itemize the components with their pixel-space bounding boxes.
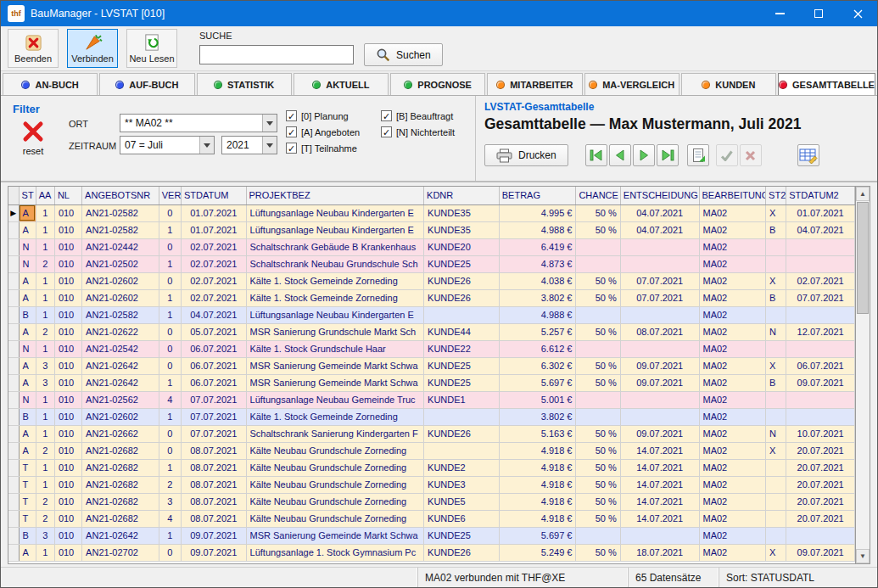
cell-stdatum[interactable]: 01.07.2021 bbox=[181, 204, 246, 221]
cell-entscheidung[interactable]: 08.07.2021 bbox=[620, 323, 699, 340]
table-row[interactable]: A1010AN21-02602002.07.2021Kälte 1. Stock… bbox=[8, 272, 855, 289]
cell-nr[interactable]: AN21-02682 bbox=[82, 442, 159, 459]
cell-st2[interactable] bbox=[766, 476, 786, 493]
cell-nr[interactable]: AN21-02582 bbox=[82, 204, 159, 221]
cell-entscheidung[interactable]: 09.07.2021 bbox=[620, 374, 699, 391]
column-header-st2[interactable]: ST2 bbox=[766, 187, 786, 204]
cell-stdatum[interactable]: 02.07.2021 bbox=[181, 289, 246, 306]
cell-aa[interactable]: 3 bbox=[36, 357, 54, 374]
cell-st[interactable]: B bbox=[19, 408, 36, 425]
cell-st[interactable]: N bbox=[19, 340, 36, 357]
cell-stdatum[interactable]: 02.07.2021 bbox=[181, 272, 246, 289]
cell-aa[interactable]: 2 bbox=[36, 493, 54, 510]
cell-aa[interactable]: 2 bbox=[36, 510, 54, 527]
tab-kunden[interactable]: KUNDEN bbox=[681, 73, 776, 95]
row-selector[interactable] bbox=[8, 374, 19, 391]
cell-ver[interactable]: 4 bbox=[159, 510, 181, 527]
table-row[interactable]: A2010AN21-02622005.07.2021MSR Sanierung … bbox=[8, 323, 855, 340]
cell-entscheidung[interactable]: 18.07.2021 bbox=[620, 544, 699, 561]
cell-chance[interactable]: 50 % bbox=[576, 289, 620, 306]
cell-aa[interactable]: 1 bbox=[36, 391, 54, 408]
cell-chance[interactable] bbox=[576, 408, 620, 425]
cell-bearbeitung[interactable]: MA02 bbox=[699, 425, 766, 442]
cell-stdatum2[interactable]: 09.07.2021 bbox=[786, 374, 855, 391]
cell-projekt[interactable]: MSR Sanierung Grundschule Markt Sch bbox=[246, 323, 424, 340]
table-row[interactable]: A1010AN21-02582101.07.2021Lüftungsanlage… bbox=[8, 221, 855, 238]
cell-aa[interactable]: 1 bbox=[36, 459, 54, 476]
cell-stdatum2[interactable] bbox=[786, 391, 855, 408]
cell-aa[interactable]: 1 bbox=[36, 204, 54, 221]
row-selector[interactable] bbox=[8, 255, 19, 272]
cell-kdnr[interactable]: KUNDE20 bbox=[424, 238, 500, 255]
table-row[interactable]: A1010AN21-02602102.07.2021Kälte 1. Stock… bbox=[8, 289, 855, 306]
nav-next-button[interactable] bbox=[633, 144, 655, 166]
cell-projekt[interactable]: Lüftungsanlage 1. Stock Gymnasium Pc bbox=[246, 544, 424, 561]
cell-stdatum2[interactable]: 02.07.2021 bbox=[786, 272, 855, 289]
cell-kdnr[interactable] bbox=[424, 408, 500, 425]
cell-ver[interactable]: 2 bbox=[159, 476, 181, 493]
cell-aa[interactable]: 1 bbox=[36, 289, 54, 306]
cell-kdnr[interactable]: KUNDE44 bbox=[424, 323, 500, 340]
cell-nr[interactable]: AN21-02602 bbox=[82, 272, 159, 289]
cell-kdnr[interactable]: KUNDE1 bbox=[424, 391, 500, 408]
cell-chance[interactable]: 50 % bbox=[576, 493, 620, 510]
column-header-entscheidung[interactable]: ENTSCHEIDUNG bbox=[620, 187, 699, 204]
cell-betrag[interactable]: 4.918 € bbox=[499, 510, 576, 527]
cell-st[interactable]: A bbox=[19, 323, 36, 340]
cell-st[interactable]: T bbox=[19, 493, 36, 510]
cell-chance[interactable]: 50 % bbox=[576, 459, 620, 476]
cell-chance[interactable]: 50 % bbox=[576, 357, 620, 374]
cell-st[interactable]: T bbox=[19, 510, 36, 527]
close-button[interactable] bbox=[838, 1, 877, 26]
cell-st2[interactable]: X bbox=[766, 272, 786, 289]
nav-first-button[interactable] bbox=[585, 144, 607, 166]
cell-nr[interactable]: AN21-02622 bbox=[82, 323, 159, 340]
cell-bearbeitung[interactable]: MA02 bbox=[699, 391, 766, 408]
cell-betrag[interactable]: 6.612 € bbox=[499, 340, 576, 357]
cell-st2[interactable] bbox=[766, 340, 786, 357]
cell-stdatum[interactable]: 04.07.2021 bbox=[181, 306, 246, 323]
cell-chance[interactable]: 50 % bbox=[576, 425, 620, 442]
cell-stdatum[interactable]: 08.07.2021 bbox=[181, 442, 246, 459]
tab-prognose[interactable]: PROGNOSE bbox=[390, 73, 485, 95]
cell-kdnr[interactable]: KUNDE25 bbox=[424, 374, 500, 391]
cell-st2[interactable] bbox=[766, 493, 786, 510]
cell-nl[interactable]: 010 bbox=[54, 323, 81, 340]
cell-entscheidung[interactable] bbox=[620, 306, 699, 323]
table-row[interactable]: N1010AN21-02542006.07.2021Kälte 1. Stock… bbox=[8, 340, 855, 357]
cell-projekt[interactable]: MSR Sanierung Gemeinde Markt Schwa bbox=[246, 374, 424, 391]
drucken-button[interactable]: Drucken bbox=[484, 144, 568, 166]
cell-bearbeitung[interactable]: MA02 bbox=[699, 221, 766, 238]
cell-nr[interactable]: AN21-02642 bbox=[82, 357, 159, 374]
cell-kdnr[interactable]: KUNDE26 bbox=[424, 425, 500, 442]
cell-nl[interactable]: 010 bbox=[54, 459, 81, 476]
cell-stdatum2[interactable]: 09.07.2021 bbox=[786, 544, 855, 561]
cell-stdatum[interactable]: 06.07.2021 bbox=[181, 340, 246, 357]
cell-betrag[interactable]: 4.873 € bbox=[499, 255, 576, 272]
cell-stdatum2[interactable] bbox=[786, 340, 855, 357]
cell-st[interactable]: B bbox=[19, 306, 36, 323]
row-selector[interactable] bbox=[8, 391, 19, 408]
cell-projekt[interactable]: Kälte 1. Stock Gemeinde Zorneding bbox=[246, 289, 424, 306]
cell-stdatum2[interactable]: 04.07.2021 bbox=[786, 221, 855, 238]
cell-kdnr[interactable] bbox=[424, 306, 500, 323]
cell-nl[interactable]: 010 bbox=[54, 510, 81, 527]
table-row[interactable]: A3010AN21-02642106.07.2021MSR Sanierung … bbox=[8, 374, 855, 391]
cell-chance[interactable] bbox=[576, 238, 620, 255]
cell-betrag[interactable]: 4.918 € bbox=[499, 442, 576, 459]
beenden-button[interactable]: Beenden bbox=[8, 29, 59, 68]
grid-setup-button[interactable] bbox=[797, 144, 819, 166]
tab-mitarbeiter[interactable]: MITARBEITER bbox=[487, 73, 582, 95]
cell-bearbeitung[interactable]: MA02 bbox=[699, 493, 766, 510]
cell-nl[interactable]: 010 bbox=[54, 493, 81, 510]
cell-stdatum[interactable]: 06.07.2021 bbox=[181, 357, 246, 374]
scrollbar-track[interactable] bbox=[856, 315, 870, 549]
table-row[interactable]: N1010AN21-02562407.07.2021Lüftungsanlage… bbox=[8, 391, 855, 408]
cell-chance[interactable]: 50 % bbox=[576, 323, 620, 340]
cell-bearbeitung[interactable]: MA02 bbox=[699, 510, 766, 527]
cell-st2[interactable]: N bbox=[766, 425, 786, 442]
cell-stdatum2[interactable]: 20.07.2021 bbox=[786, 493, 855, 510]
cell-chance[interactable] bbox=[576, 527, 620, 544]
column-header-ver[interactable]: VER bbox=[159, 187, 181, 204]
cell-entscheidung[interactable]: 04.07.2021 bbox=[620, 221, 699, 238]
